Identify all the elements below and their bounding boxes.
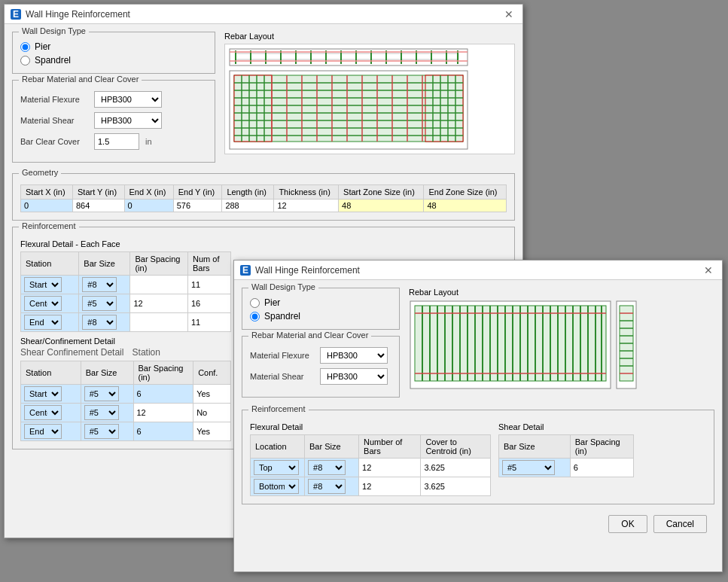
rebar-front-svg-1: /* grid rendered below */: [228, 69, 469, 151]
window-2[interactable]: E Wall Hinge Reinforcement ✕ Wall Design…: [233, 260, 723, 572]
flexural-table-1: Station Bar Size Bar Spacing (in) Num of…: [20, 251, 231, 332]
wall-design-label-1: Wall Design Type: [19, 26, 89, 35]
mat-flex-select-2[interactable]: HPB300: [320, 347, 388, 364]
bar-cover-input-1[interactable]: [94, 133, 139, 150]
title-bar-1: E Wall Hinge Reinforcement ✕: [5, 5, 522, 24]
flex-row-2: End #8 11: [21, 313, 231, 332]
shear-row-0: Start #5 6 Yes: [21, 385, 231, 404]
title-bar-2: E Wall Hinge Reinforcement ✕: [234, 261, 722, 280]
shear-barsize-0[interactable]: #5: [84, 386, 119, 401]
geo-cell-5: 12: [274, 200, 339, 212]
shear2-barsize-0[interactable]: #5: [502, 460, 555, 475]
flexural-detail-2: Flexural Detail Location Bar Size Number…: [250, 422, 491, 496]
shear-detail-2: Shear Detail Bar Size Bar Spacing (in): [498, 422, 634, 496]
wall-design-label-2: Wall Design Type: [248, 282, 318, 291]
rebar-layout-label-1: Rebar Layout: [224, 32, 515, 41]
flex-station-0[interactable]: Start: [24, 277, 62, 292]
app-icon-1: E: [11, 9, 21, 20]
pier-radio-1[interactable]: Pier: [20, 41, 207, 52]
shear-label-2: Shear Detail: [498, 422, 634, 431]
geo-header-3: End Y (in): [173, 185, 222, 200]
flex2-row-1: Bottom #8 12 3.625: [251, 477, 491, 496]
shear-table-1: Station Bar Size Bar Spacing (in) Conf. …: [20, 361, 231, 441]
geo-cell-7: 48: [424, 200, 507, 212]
flex-barsize-1[interactable]: #5: [82, 296, 117, 311]
geo-header-4: Length (in): [222, 185, 274, 200]
spandrel-radio-2[interactable]: Spandrel: [250, 311, 391, 321]
reinforcement-label-2: Reinforcement: [248, 404, 309, 413]
svg-rect-23: [425, 75, 463, 142]
close-button-2[interactable]: ✕: [701, 263, 716, 278]
flexural-label-2: Flexural Detail: [250, 422, 491, 431]
window-title-1: Wall Hinge Reinforcement: [26, 9, 130, 20]
flex2-location-1[interactable]: Bottom: [254, 479, 299, 494]
geo-header-7: End Zone Size (in): [424, 185, 507, 200]
flex-row-1: Center #5 12 16: [21, 294, 231, 313]
mat-shear-select-1[interactable]: HPB300: [94, 112, 162, 129]
rebar-front-svg-2: [409, 300, 612, 390]
rebar-material-label-2: Rebar Material and Clear Cover: [248, 331, 371, 340]
geo-cell-3: 576: [173, 200, 222, 212]
flex2-row-0: Top #8 12 3.625: [251, 459, 491, 477]
flex2-location-0[interactable]: Top: [254, 460, 299, 475]
cover-unit-1: in: [145, 137, 152, 146]
flex-barsize-2[interactable]: #8: [82, 315, 117, 330]
cancel-button-2[interactable]: Cancel: [653, 515, 707, 533]
shear2-row-0: #5 6: [499, 459, 634, 477]
shear-station-2[interactable]: End: [24, 424, 62, 439]
bar-cover-label-1: Bar Clear Cover: [20, 137, 88, 146]
app-icon-2: E: [240, 265, 251, 276]
shear-barsize-2[interactable]: #5: [84, 424, 119, 439]
geo-cell-4: 288: [222, 200, 274, 212]
reinforcement-label-1: Reinforcement: [19, 221, 79, 230]
mat-shear-select-2[interactable]: HPB300: [320, 368, 388, 385]
pier-radio-2[interactable]: Pier: [250, 297, 391, 308]
geo-cell-6: 48: [339, 200, 424, 212]
flexural-table-2: Location Bar Size Number of Bars Cover t…: [250, 434, 491, 496]
flexural-label-1: Flexural Detail - Each Face: [20, 239, 507, 248]
svg-rect-52: [415, 306, 606, 381]
flex-barsize-0[interactable]: #8: [82, 277, 117, 292]
spandrel-radio-1[interactable]: Spandrel: [20, 55, 207, 66]
mat-shear-label-2: Material Shear: [250, 372, 314, 381]
geo-cell-2: 0: [124, 200, 173, 212]
rebar-layout-1: /* grid rendered below */: [224, 44, 515, 154]
shear-table-2: Bar Size Bar Spacing (in) #5 6: [498, 434, 634, 477]
geo-cell-0: 0: [21, 200, 73, 212]
shear-barsize-1[interactable]: #5: [84, 405, 119, 420]
flex-station-1[interactable]: Center: [24, 296, 62, 311]
close-button-1[interactable]: ✕: [501, 7, 516, 22]
geo-header-6: Start Zone Size (in): [339, 185, 424, 200]
window-title-2: Wall Hinge Reinforcement: [255, 265, 360, 276]
geo-header-1: Start Y (in): [72, 185, 124, 200]
rebar-layout-2: [409, 300, 714, 390]
mat-shear-label-1: Material Shear: [20, 116, 88, 125]
flex2-barsize-0[interactable]: #8: [308, 460, 346, 475]
geo-cell-1: 864: [72, 200, 124, 212]
geo-header-5: Thickness (in): [274, 185, 339, 200]
window2-buttons: OK Cancel: [242, 510, 714, 538]
rebar-side-svg-2: [615, 300, 638, 390]
shear-row-1: Center #5 12 No: [21, 404, 231, 422]
geometry-label-1: Geometry: [19, 168, 61, 177]
geo-header-0: Start X (in): [21, 185, 73, 200]
mat-flex-label-1: Material Flexure: [20, 95, 88, 104]
rebar-layout-label-2: Rebar Layout: [409, 288, 714, 297]
geo-row: 0 864 0 576 288 12 48 48: [21, 200, 507, 212]
rebar-material-label-1: Rebar Material and Clear Cover: [19, 75, 142, 84]
flex-row-0: Start #8 11: [21, 276, 231, 294]
mat-flex-label-2: Material Flexure: [250, 351, 314, 360]
svg-rect-22: [234, 75, 272, 142]
ok-button-2[interactable]: OK: [608, 515, 647, 533]
shear-station-1[interactable]: Center: [24, 405, 62, 420]
shear-row-2: End #5 6 Yes: [21, 422, 231, 441]
rebar-top-svg-1: [228, 47, 469, 67]
flex-station-2[interactable]: End: [24, 315, 62, 330]
geo-header-2: End X (in): [124, 185, 173, 200]
shear-station-0[interactable]: Start: [24, 386, 62, 401]
mat-flex-select-1[interactable]: HPB300: [94, 91, 162, 108]
geometry-table: Start X (in) Start Y (in) End X (in) End…: [20, 184, 507, 212]
flex2-barsize-1[interactable]: #8: [308, 479, 346, 494]
